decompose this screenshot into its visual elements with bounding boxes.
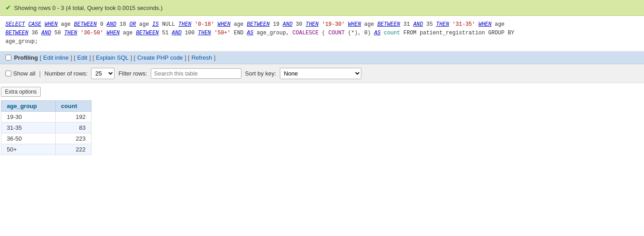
create-php-link[interactable]: Create PHP code (137, 54, 183, 61)
filter-bar: Show all | Number of rows: 25 50 100 200… (0, 64, 644, 83)
cell-count: 83 (55, 122, 91, 133)
edit-link[interactable]: Edit (77, 54, 87, 61)
table-row: 36-50223 (1, 133, 91, 144)
sort-by-key-select[interactable]: None (280, 68, 361, 79)
profiling-checkbox[interactable] (5, 55, 11, 61)
sep1: [ (40, 54, 42, 61)
table-wrapper: age_group count 19-3019231-358336-502235… (0, 100, 644, 155)
results-table: age_group count 19-3019231-358336-502235… (1, 100, 91, 155)
table-header-row: age_group count (1, 100, 91, 111)
refresh-link[interactable]: Refresh (192, 54, 212, 61)
table-row: 19-30192 (1, 111, 91, 122)
cell-count: 192 (55, 111, 91, 122)
cell-age-group: 19-30 (1, 111, 56, 122)
col-header-count: count (55, 100, 91, 111)
filter-rows-label: Filter rows: (118, 70, 147, 77)
explain-sql-link[interactable]: Explain SQL (96, 54, 129, 61)
cell-age-group: 31-35 (1, 122, 56, 133)
show-all-label[interactable]: Show all (5, 70, 35, 77)
extra-options-button[interactable]: Extra options (1, 87, 41, 97)
extra-options-area: Extra options (0, 83, 644, 100)
profiling-bar: Profiling [ Edit inline ] [ Edit ] [ Exp… (0, 52, 644, 64)
cell-age-group: 36-50 (1, 133, 56, 144)
sql-display: SELECT CASE WHEN age BETWEEN 0 AND 18 OR… (0, 16, 644, 52)
sort-by-key-label: Sort by key: (245, 70, 276, 77)
cell-count: 222 (55, 144, 91, 155)
table-row: 50+222 (1, 144, 91, 155)
table-row: 31-3583 (1, 122, 91, 133)
edit-inline-link[interactable]: Edit inline (43, 54, 68, 61)
profiling-label: Profiling (14, 54, 38, 61)
show-all-checkbox[interactable] (5, 71, 11, 76)
cell-count: 223 (55, 133, 91, 144)
check-icon: ✔ (5, 4, 11, 12)
number-of-rows-select[interactable]: 25 50 100 200 (91, 68, 115, 79)
success-banner: ✔ Showing rows 0 - 3 (4 total, Query too… (0, 0, 644, 16)
banner-text: Showing rows 0 - 3 (4 total, Query took … (14, 5, 163, 11)
search-input[interactable] (151, 68, 241, 79)
number-of-rows-label: Number of rows: (44, 70, 87, 77)
divider1: | (39, 70, 41, 77)
cell-age-group: 50+ (1, 144, 56, 155)
col-header-age-group: age_group (1, 100, 56, 111)
